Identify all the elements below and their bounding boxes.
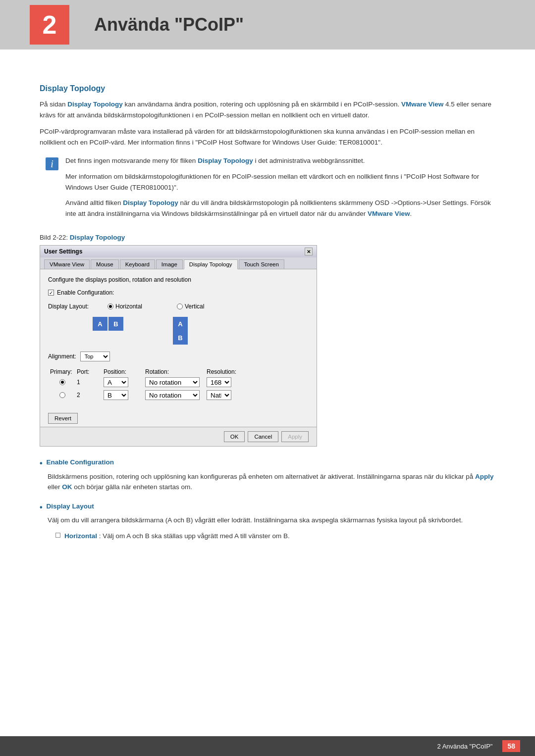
paragraph-1: På sidan Display Topology kan användarna… <box>40 99 495 120</box>
note-1: Det finns ingen motsvarande meny för fli… <box>65 155 495 166</box>
alignment-row: Alignment: Top <box>48 352 309 361</box>
col-position: Position: <box>104 368 143 375</box>
row1-primary-radio[interactable] <box>59 379 65 385</box>
display-icon-B-horiz: B <box>108 317 123 331</box>
note-icon: i <box>45 156 59 171</box>
col-resolution: Resolution: <box>207 368 266 375</box>
horizontal-sub-text: : Välj om A och B ska ställas upp vågrät… <box>97 532 290 540</box>
note-2: Mer information om bildskärmstopologifun… <box>65 171 495 193</box>
horizontal-display-icons: A B <box>93 317 123 331</box>
tab-vmware-view[interactable]: VMware View <box>44 259 90 269</box>
footer-chapter-text: 2 Använda "PCoIP" <box>437 743 493 750</box>
dialog-title: User Settings <box>44 248 82 255</box>
footer-text: 2 Använda "PCoIP" 58 <box>437 740 520 752</box>
note-text: Det finns ingen motsvarande meny för fli… <box>65 155 495 224</box>
note-3: Använd alltid fliken Display Topology nä… <box>65 198 495 219</box>
bold-display-topology-note2: Display Topology <box>123 199 178 206</box>
tab-keyboard[interactable]: Keyboard <box>120 259 155 269</box>
main-content: Display Topology På sidan Display Topolo… <box>0 50 535 756</box>
col-port: Port: <box>77 368 102 375</box>
layout-label: Display Layout: <box>48 303 93 310</box>
alignment-label: Alignment: <box>48 353 76 360</box>
enable-config-checkbox[interactable]: ✓ <box>48 290 54 296</box>
tab-display-topology[interactable]: Display Topology <box>184 259 238 269</box>
note-block: i Det finns ingen motsvarande meny för f… <box>40 155 495 224</box>
figure-title: Display Topology <box>70 234 125 241</box>
display-icons-container: A B A B <box>48 317 309 345</box>
table-row-2: 2 B No rotation Native <box>48 390 309 400</box>
revert-section: Revert <box>40 410 317 427</box>
row2-primary-radio[interactable] <box>59 392 65 398</box>
bullet-dot-1: • <box>40 458 43 468</box>
row2-resolution-select[interactable]: Native <box>207 390 231 400</box>
horizontal-label: Horizontal <box>115 303 142 310</box>
paragraph-2: PCoIP-värdprogramvaran måste vara instal… <box>40 126 495 148</box>
dialog-tabs: VMware View Mouse Keyboard Image Display… <box>40 257 317 269</box>
vertical-display-icons: A B <box>173 317 188 345</box>
dialog-close-button[interactable]: ✕ <box>305 248 313 255</box>
bullet-body-2: Välj om du vill arrangera bildskärmarna … <box>48 515 495 541</box>
chapter-title: Använda "PCoIP" <box>94 14 244 35</box>
header-banner: 2 Använda "PCoIP" <box>0 0 535 50</box>
ok-button[interactable]: OK <box>224 431 245 442</box>
page-number: 58 <box>507 742 515 750</box>
bullet-body-1: Bildskärmens position, rotering och uppl… <box>48 471 495 493</box>
tab-touch-screen[interactable]: Touch Screen <box>239 259 284 269</box>
row2-rotation-select[interactable]: No rotation <box>145 390 200 400</box>
bold-vmware-view-1: VMware View <box>401 101 443 108</box>
bullet-item-1: • Enable Configuration Bildskärmens posi… <box>40 458 495 492</box>
col-primary: Primary: <box>50 368 75 375</box>
vertical-option[interactable]: Vertical <box>177 303 204 310</box>
display-icon-A-horiz: A <box>93 317 107 331</box>
sub-bullet-icon <box>55 533 60 538</box>
chapter-number: 2 <box>43 10 57 40</box>
horizontal-option[interactable]: Horizontal <box>107 303 142 310</box>
apply-button[interactable]: Apply <box>281 431 309 442</box>
cancel-button[interactable]: Cancel <box>248 431 278 442</box>
dialog-screenshot: User Settings ✕ VMware View Mouse Keyboa… <box>40 245 317 447</box>
alignment-select[interactable]: Top <box>80 352 110 361</box>
vertical-radio[interactable] <box>177 303 183 309</box>
bullet-heading-1: • Enable Configuration <box>40 458 495 468</box>
bold-display-topology-1: Display Topology <box>67 101 123 108</box>
bullet-2-text: Välj om du vill arrangera bildskärmarna … <box>48 516 463 524</box>
page-number-badge: 58 <box>502 740 520 752</box>
col-rotation: Rotation: <box>145 368 205 375</box>
sub-bullet-text: Horizontal : Välj om A och B ska ställas… <box>64 531 290 542</box>
row1-resolution-select[interactable]: 1680X1050 <box>207 377 231 387</box>
tab-mouse[interactable]: Mouse <box>91 259 119 269</box>
vertical-label: Vertical <box>185 303 204 310</box>
dialog-description: Configure the displays position, rotatio… <box>48 276 309 283</box>
tab-image[interactable]: Image <box>156 259 183 269</box>
table-header: Primary: Port: Position: Rotation: Resol… <box>48 368 309 375</box>
section-heading: Display Topology <box>40 84 495 93</box>
page-footer: 2 Använda "PCoIP" 58 <box>0 736 535 756</box>
figure-label: Bild 2-22: Display Topology <box>40 234 495 241</box>
bullet-dot-2: • <box>40 503 43 512</box>
dialog-footer: OK Cancel Apply <box>40 427 317 446</box>
horizontal-sub-label: Horizontal <box>64 532 97 540</box>
enable-config-label: Enable Configuration: <box>57 289 114 296</box>
sub-bullet-horizontal: Horizontal : Välj om A och B ska ställas… <box>55 531 495 542</box>
bold-ok: OK <box>62 483 72 491</box>
display-layout-row: Display Layout: Horizontal Vertical <box>48 303 309 310</box>
row2-port: 2 <box>77 392 102 399</box>
display-icon-A-vert: A <box>173 317 188 331</box>
row1-rotation-select[interactable]: No rotation <box>145 377 200 387</box>
svg-text:i: i <box>51 158 54 169</box>
bold-vmware-view-note: VMware View <box>368 210 410 217</box>
row1-port: 1 <box>77 379 102 386</box>
bullet-item-2: • Display Layout Välj om du vill arrange… <box>40 503 495 541</box>
figure-label-text: Bild 2-22: <box>40 234 68 241</box>
dialog-titlebar: User Settings ✕ <box>40 246 317 257</box>
dialog-body: Configure the displays position, rotatio… <box>40 269 317 410</box>
bold-display-topology-note: Display Topology <box>198 157 253 164</box>
revert-button[interactable]: Revert <box>48 413 78 424</box>
bold-apply: Apply <box>475 473 494 480</box>
horizontal-radio[interactable] <box>107 303 113 309</box>
row1-position-select[interactable]: A <box>104 377 128 387</box>
enable-config-heading: Enable Configuration <box>47 458 114 466</box>
row2-position-select[interactable]: B <box>104 390 128 400</box>
bullet-heading-2: • Display Layout <box>40 503 495 512</box>
chapter-number-box: 2 <box>30 5 69 45</box>
